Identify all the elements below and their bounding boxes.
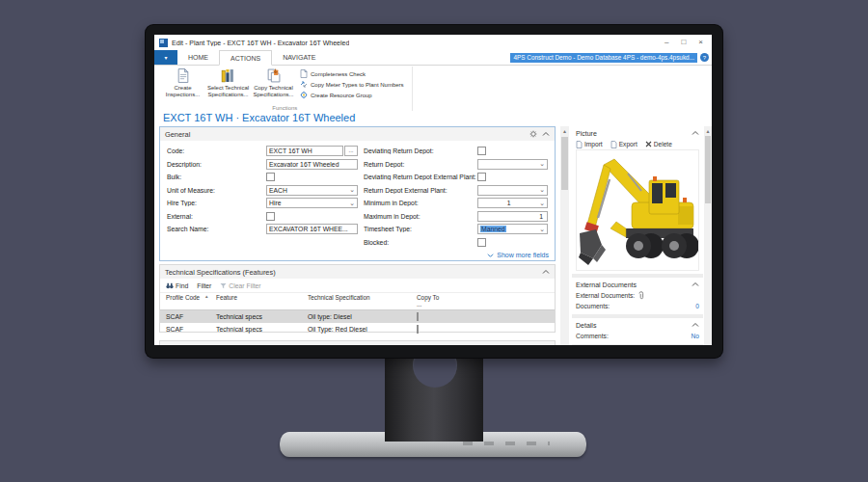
resource-group-icon bbox=[300, 91, 308, 99]
collapse-chevron-icon[interactable] bbox=[692, 322, 699, 328]
fasttab-technical-specifications-header[interactable]: Technical Specifications bbox=[160, 341, 555, 345]
fasttab-features: Technical Specifications (Features) bbox=[159, 264, 556, 333]
settings-gear-icon[interactable] bbox=[529, 130, 537, 138]
details-header[interactable]: Details bbox=[576, 319, 699, 331]
return-depot-select[interactable]: ⌄ bbox=[477, 159, 548, 170]
copy-technical-specifications-button[interactable]: Copy Technical Specifications... bbox=[251, 67, 296, 103]
export-button[interactable]: Export bbox=[610, 141, 637, 148]
find-button[interactable]: Find bbox=[166, 282, 188, 289]
filter-button[interactable]: Filter bbox=[197, 282, 211, 289]
deviating-return-depot-external-checkbox[interactable] bbox=[477, 173, 486, 181]
app-icon bbox=[159, 39, 168, 47]
column-copy-to[interactable]: Copy To ... bbox=[417, 294, 444, 308]
copy-to-checkbox[interactable] bbox=[417, 312, 419, 321]
comments-row: Comments: No bbox=[576, 331, 699, 341]
picture-toolbar: Import Export Delete bbox=[576, 139, 699, 149]
field-deviating-return-depot-external: Deviating Return Depot External Plant: bbox=[364, 171, 548, 184]
application-menu-button[interactable]: ▾ bbox=[154, 50, 177, 65]
table-row[interactable]: SCAF Technical specs Oil type: Diesel bbox=[160, 310, 555, 323]
external-documents-header[interactable]: External Documents bbox=[576, 279, 699, 290]
window-title: Edit - Plant Type - EXCT 16T WH - Excava… bbox=[172, 40, 349, 46]
document-check-icon bbox=[300, 69, 308, 78]
collapse-chevron-icon[interactable] bbox=[692, 130, 699, 136]
ribbon-group-functions: Create Inspections... Select Technical S… bbox=[158, 67, 413, 112]
field-external: External: bbox=[167, 210, 358, 224]
column-technical-specification[interactable]: Technical Specification bbox=[308, 294, 417, 308]
scrollbar-thumb[interactable] bbox=[561, 137, 568, 190]
table-header-row: Profile Code ▲ Feature Technical Specifi… bbox=[160, 293, 555, 310]
field-maximum-in-depot: Maximum in Depot: 1 bbox=[364, 210, 548, 224]
factbox-scrollbar[interactable]: ▲ bbox=[704, 126, 712, 345]
address-bar[interactable]: 4PS Construct Demo - Demo Database 4PS -… bbox=[510, 53, 697, 63]
field-bulk: Bulk: bbox=[167, 171, 358, 184]
code-input[interactable]: EXCT 16T WH bbox=[266, 146, 343, 156]
select-technical-specifications-button[interactable]: Select Technical Specifications... bbox=[205, 67, 251, 103]
timesheet-type-select[interactable]: Manned⌄ bbox=[477, 224, 548, 234]
factbox-details: Details Comments: No bbox=[572, 318, 703, 344]
external-checkbox[interactable] bbox=[266, 212, 275, 221]
maximum-in-depot-input[interactable]: 1 bbox=[477, 211, 548, 222]
deviating-return-depot-checkbox[interactable] bbox=[477, 147, 486, 155]
ribbon-tab-row: ▾ HOME ACTIONS NAVIGATE 4PS Construct De… bbox=[154, 50, 712, 66]
collapse-chevron-icon[interactable] bbox=[542, 131, 550, 137]
tab-home[interactable]: HOME bbox=[177, 50, 219, 65]
documents-count-row: Documents: 0 bbox=[576, 301, 699, 311]
tab-actions[interactable]: ACTIONS bbox=[219, 50, 272, 66]
page-content: EXCT 16T WH · Excavator 16T Wheeled Gene… bbox=[154, 111, 712, 345]
field-return-depot: Return Depot: ⌄ bbox=[364, 158, 548, 172]
field-code: Code: EXCT 16T WH ... bbox=[167, 145, 358, 158]
bulk-checkbox[interactable] bbox=[266, 173, 275, 181]
close-button[interactable]: × bbox=[698, 39, 703, 46]
maximize-button[interactable]: □ bbox=[681, 39, 686, 46]
column-feature[interactable]: Feature bbox=[216, 294, 308, 308]
scrollbar-up-arrow[interactable]: ▲ bbox=[560, 126, 569, 134]
clear-filter-button[interactable]: Clear Filter bbox=[220, 282, 260, 289]
collapse-chevron-icon[interactable] bbox=[692, 281, 699, 287]
stand-base-vents bbox=[463, 442, 550, 445]
search-name-input[interactable]: EXCAVATOR 16T WHEE... bbox=[266, 224, 358, 234]
monitor-bezel: Edit - Plant Type - EXCT 16T WH - Excava… bbox=[146, 25, 722, 358]
table-row[interactable]: SCAF Technical specs Oil Type: Red Diese… bbox=[160, 323, 555, 335]
paperclip-icon[interactable] bbox=[637, 291, 645, 300]
create-inspections-button[interactable]: Create Inspections... bbox=[160, 67, 205, 103]
description-input[interactable]: Excavator 16T Wheeled bbox=[266, 159, 358, 170]
copy-to-checkbox[interactable] bbox=[417, 325, 419, 334]
hire-type-select[interactable]: Hire⌄ bbox=[266, 198, 358, 208]
column-profile-code[interactable]: Profile Code bbox=[166, 294, 204, 308]
field-minimum-in-depot: Minimum in Depot: 1⌄ bbox=[364, 197, 548, 210]
unit-of-measure-select[interactable]: EACH⌄ bbox=[266, 185, 358, 196]
create-resource-group-button[interactable]: Create Resource Group bbox=[300, 91, 404, 99]
collapse-chevron-icon[interactable] bbox=[542, 269, 550, 275]
scrollbar-up-arrow[interactable]: ▲ bbox=[704, 126, 712, 134]
delete-x-icon bbox=[645, 141, 652, 147]
minimize-button[interactable]: – bbox=[665, 39, 668, 46]
code-lookup-button[interactable]: ... bbox=[344, 146, 358, 156]
field-description: Description: Excavator 16T Wheeled bbox=[167, 158, 358, 172]
completeness-check-button[interactable]: Completeness Check bbox=[300, 69, 404, 78]
fasttab-features-header[interactable]: Technical Specifications (Features) bbox=[160, 265, 555, 279]
comments-link[interactable]: No bbox=[692, 333, 699, 339]
picture-header[interactable]: Picture bbox=[576, 127, 699, 139]
field-search-name: Search Name: EXCAVATOR 16T WHEE... bbox=[167, 223, 358, 236]
blocked-checkbox[interactable] bbox=[477, 238, 486, 247]
plant-picture bbox=[576, 149, 699, 271]
field-return-depot-external: Return Depot External Plant: ⌄ bbox=[364, 184, 548, 198]
fasttab-general-header[interactable]: General bbox=[160, 127, 555, 141]
documents-count-link[interactable]: 0 bbox=[695, 303, 699, 309]
scrollbar-thumb[interactable] bbox=[705, 136, 711, 203]
clear-filter-icon bbox=[220, 282, 227, 289]
excavator-image bbox=[578, 152, 698, 268]
minimum-in-depot-select[interactable]: 1⌄ bbox=[477, 198, 548, 208]
tab-navigate[interactable]: NAVIGATE bbox=[272, 50, 326, 65]
return-depot-external-select[interactable]: ⌄ bbox=[477, 185, 548, 196]
copy-meter-types-button[interactable]: Copy Meter Types to Plant Numbers bbox=[300, 80, 404, 89]
page-title: EXCT 16T WH · Excavator 16T Wheeled bbox=[163, 112, 355, 123]
show-more-fields-link[interactable]: Show more fields bbox=[487, 252, 549, 258]
main-scrollbar[interactable]: ▲ bbox=[560, 126, 569, 345]
help-button[interactable]: ? bbox=[700, 53, 709, 62]
window-titlebar: Edit - Plant Type - EXCT 16T WH - Excava… bbox=[154, 35, 712, 50]
delete-button[interactable]: Delete bbox=[645, 141, 672, 147]
factbox-picture: Picture Import bbox=[572, 126, 703, 274]
fasttab-general: General bbox=[159, 126, 556, 261]
import-button[interactable]: Import bbox=[576, 141, 603, 148]
